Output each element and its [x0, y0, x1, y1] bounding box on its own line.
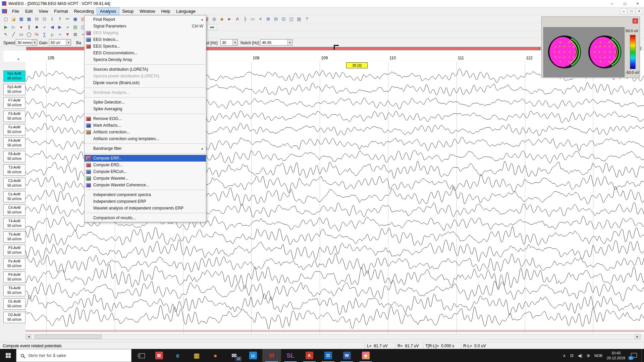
- channel-label-p3-avw[interactable]: P3-AvW50 uV/cm: [3, 245, 25, 256]
- save-all-icon[interactable]: ▩: [25, 16, 33, 22]
- select-cursor-icon[interactable]: ↖: [2, 31, 10, 38]
- channel-label-t5-avw[interactable]: T5-AvW50 uV/cm: [3, 231, 25, 243]
- taskbar-clock[interactable]: 10:43 20.12.2019: [607, 351, 625, 360]
- taskbar-app-edge[interactable]: e: [168, 349, 187, 362]
- flag-icon[interactable]: ►: [226, 16, 233, 22]
- menu-item-sources-distribution-loreta[interactable]: Sources distribution (LORETA): [85, 66, 206, 73]
- play-icon[interactable]: ▶: [2, 23, 10, 30]
- channel-label-fp1-avw[interactable]: Fp1-AvW50 uV/cm: [3, 70, 25, 82]
- minimize-button[interactable]: –: [606, 0, 619, 7]
- menu-item-compute-wavelet[interactable]: Compute Wavelet...: [85, 175, 206, 182]
- maximize-button[interactable]: □: [619, 0, 631, 7]
- menu-item-spectra-power-distribution-loreta[interactable]: Spectra power distribution (LORETA): [85, 73, 206, 79]
- menu-item-spike-detection[interactable]: Spike Detection...: [85, 99, 206, 106]
- layers-icon[interactable]: ≡: [257, 16, 264, 22]
- menu-item-comparison-of-results[interactable]: Comparison of results...: [85, 215, 206, 221]
- child-restore-button[interactable]: □: [628, 8, 635, 14]
- taskbar-app-wineeg[interactable]: M: [262, 349, 281, 362]
- channel-label-c4-avw[interactable]: C4-AvW50 uV/cm: [3, 204, 25, 216]
- expand-channels-button[interactable]: +: [17, 57, 20, 62]
- position-marker[interactable]: [334, 45, 339, 50]
- sum-icon[interactable]: ∑: [41, 31, 48, 38]
- menu-item-mark-artifacts[interactable]: Mark Artifacts...: [85, 122, 206, 129]
- menu-item-eeg-spectra[interactable]: EEG Spectra...: [85, 43, 206, 50]
- menu-item-compute-erp[interactable]: Compute ERP...: [85, 155, 206, 162]
- export-icon[interactable]: ⇓: [48, 16, 56, 22]
- save-icon[interactable]: ▦: [17, 16, 25, 22]
- montage-rows-icon[interactable]: ⊟: [272, 16, 280, 22]
- menu-item-nonlinear-analysis[interactable]: Nonlinear Analysis...: [85, 89, 206, 96]
- taskbar-search[interactable]: [16, 349, 131, 362]
- montage-single-icon[interactable]: ⊡: [280, 16, 287, 22]
- tray-network-icon[interactable]: ⊕: [587, 353, 590, 358]
- menu-item-signal-parameters[interactable]: Signal ParametersCtrl-W: [85, 23, 206, 29]
- horizontal-scrollbar[interactable]: ◀ ▶: [25, 334, 641, 340]
- close-button[interactable]: ×: [631, 0, 644, 7]
- review-icon[interactable]: ◎: [210, 16, 218, 22]
- channel-label-fp2-avw[interactable]: Fp2-AvW50 uV/cm: [3, 84, 25, 95]
- tray-chevron-icon[interactable]: ∧: [563, 353, 566, 358]
- menu-item-dipole-source-brainlock[interactable]: Dipole source (BrainLock): [85, 79, 206, 86]
- menu-item-spike-averaging[interactable]: Spike Averaging: [85, 106, 206, 112]
- taskbar-app-mail[interactable]: ✉15: [225, 349, 244, 362]
- more-tools-button[interactable]: ▶▶: [207, 24, 217, 30]
- child-close-button[interactable]: ×: [636, 8, 643, 14]
- channel-label-t3-avw[interactable]: T3-AvW50 uV/cm: [3, 164, 25, 176]
- cascade-windows-icon[interactable]: ◫: [287, 16, 295, 22]
- taskbar-app-firefox[interactable]: ●: [206, 349, 225, 362]
- pause-icon[interactable]: ∥: [25, 23, 33, 30]
- menu-language[interactable]: Language: [173, 8, 199, 15]
- menu-recording[interactable]: Recording: [71, 8, 97, 15]
- notch-select[interactable]: 45-55 ▾: [260, 39, 292, 46]
- gain-select[interactable]: 50 uV ▾: [49, 39, 71, 46]
- events-icon[interactable]: ◆: [218, 16, 226, 22]
- ellipse-tool-icon[interactable]: ◯: [25, 31, 33, 38]
- tray-volume-icon[interactable]: ◀): [578, 353, 582, 358]
- menu-item-remove-eog[interactable]: Remove EOG...: [85, 115, 206, 122]
- menu-item-compute-erd[interactable]: Compute ERD...: [85, 162, 206, 168]
- channel-label-cz-avw[interactable]: Cz-AvW50 uV/cm: [3, 191, 25, 202]
- menu-item-independent-component-spectra[interactable]: Independent component spectra: [85, 191, 206, 198]
- taskbar-app-sl-app[interactable]: SL: [281, 349, 300, 362]
- menu-edit[interactable]: Edit: [22, 8, 36, 15]
- menu-item-wavelet-analysis-of-independent-components-erp[interactable]: Wavelet analysis of independent componen…: [85, 205, 206, 212]
- taskbar-app-word[interactable]: W: [337, 349, 356, 362]
- menu-analysis[interactable]: Analysis: [97, 8, 119, 15]
- scroll-left-button[interactable]: ◀: [26, 334, 32, 339]
- child-minimize-button[interactable]: –: [620, 8, 627, 14]
- channel-label-o1-avw[interactable]: O1-AvW50 uV/cm: [3, 298, 25, 310]
- taskbar-app-gift-app[interactable]: ⊞: [150, 349, 168, 362]
- channel-label-p4-avw[interactable]: P4-AvW50 uV/cm: [3, 272, 25, 283]
- channel-label-f4-avw[interactable]: F4-AvW50 uV/cm: [3, 137, 25, 149]
- stop-icon[interactable]: ■: [33, 23, 41, 30]
- channel-label-c3-avw[interactable]: C3-AvW50 uV/cm: [3, 178, 25, 189]
- tray-display-icon[interactable]: ⊟: [570, 353, 574, 358]
- start-button[interactable]: [0, 349, 16, 362]
- speed-select[interactable]: 30 mm/s ▾: [16, 39, 37, 46]
- wave-icon[interactable]: ≈: [56, 31, 64, 38]
- menu-setup[interactable]: Setup: [119, 8, 137, 15]
- rect-tool-icon[interactable]: ▭: [17, 31, 25, 38]
- menu-format[interactable]: Format: [51, 8, 71, 15]
- mean-icon[interactable]: μ: [48, 31, 56, 38]
- next-page-icon[interactable]: ▶: [56, 23, 64, 30]
- channel-label-t4-avw[interactable]: T4-AvW50 uV/cm: [3, 218, 25, 229]
- scrollbar-thumb[interactable]: [35, 335, 102, 339]
- montage-select-icon[interactable]: ▤: [71, 23, 79, 30]
- menu-view[interactable]: View: [36, 8, 51, 15]
- last-page-icon[interactable]: »: [64, 23, 71, 30]
- open-file-icon[interactable]: ◪: [10, 16, 17, 22]
- erase-icon[interactable]: ⊠: [71, 31, 79, 38]
- menu-item-eeg-mapping[interactable]: EEG Mapping: [85, 29, 206, 36]
- menu-item-final-report[interactable]: Final Report▸: [85, 16, 206, 23]
- hicut-select[interactable]: 30 ▾: [220, 39, 238, 46]
- menu-window[interactable]: Window: [137, 8, 158, 15]
- menu-item-artifacts-correction[interactable]: Artifacts correction...: [85, 129, 206, 135]
- menu-item-compute-wavelet-coherence[interactable]: Compute Wavelet Coherence...: [85, 182, 206, 188]
- import-icon[interactable]: ⇑: [56, 16, 64, 22]
- annotation-icon[interactable]: A: [233, 16, 241, 22]
- snapshot-icon[interactable]: ▭: [249, 16, 257, 22]
- channel-label-f3-avw[interactable]: F3-AvW50 uV/cm: [3, 111, 25, 122]
- print-icon[interactable]: ⊟: [33, 16, 41, 22]
- montage-grid-icon[interactable]: ⊞: [264, 16, 272, 22]
